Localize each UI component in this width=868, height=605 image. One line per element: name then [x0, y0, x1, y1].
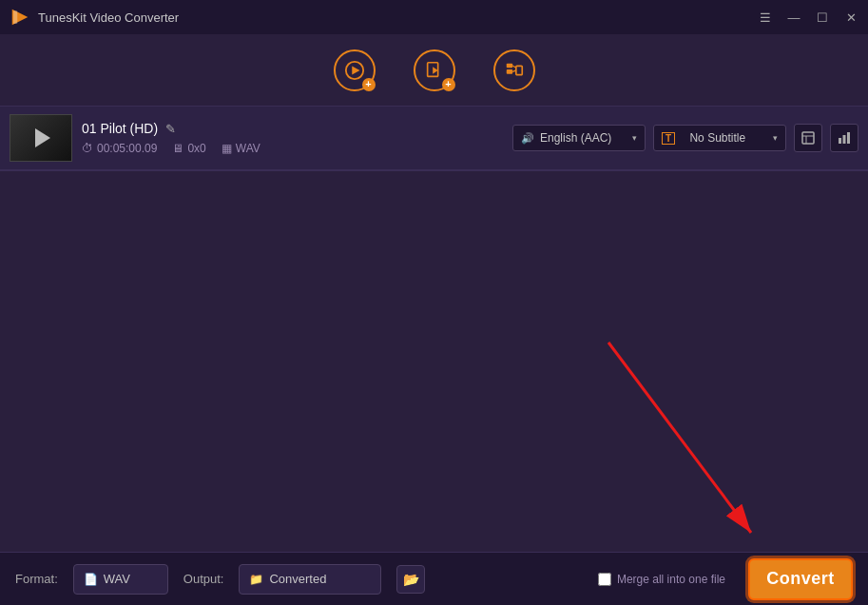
title-bar: TunesKit Video Converter ☰ — ☐ ✕ — [0, 0, 868, 34]
file-meta: ⏱ 00:05:00.09 🖥 0x0 ▦ WAV — [82, 142, 503, 155]
resolution-value: 0x0 — [187, 142, 205, 155]
merge-label: Merge all into one file — [617, 573, 725, 586]
svg-rect-1 — [13, 10, 17, 24]
add-badge: + — [362, 78, 376, 91]
clock-icon: ⏱ — [82, 142, 93, 155]
edit-file-button[interactable] — [794, 124, 822, 152]
window-controls: ☰ — ☐ ✕ — [758, 10, 858, 25]
chart-button[interactable] — [830, 124, 858, 152]
output-label: Output: — [183, 572, 224, 586]
resolution-meta: 🖥 0x0 — [172, 142, 205, 155]
subtitle-dropdown-arrow: ▾ — [773, 133, 778, 143]
film-icon: ▦ — [222, 142, 232, 155]
merge-checkbox-area: Merge all into one file — [598, 573, 725, 586]
subtitle-dropdown[interactable]: T No Subtitle ▾ — [653, 125, 786, 151]
convert-button[interactable]: Convert — [748, 558, 853, 600]
add-badge-2: + — [442, 78, 455, 91]
audio-value: English (AAC) — [540, 131, 611, 145]
format-display: WAV — [104, 572, 130, 586]
browse-icon: 📂 — [403, 572, 419, 587]
edit-name-button[interactable]: ✎ — [165, 122, 176, 136]
maximize-button[interactable]: ☐ — [815, 10, 830, 25]
svg-rect-8 — [515, 66, 521, 74]
minimize-button[interactable]: — — [786, 10, 801, 25]
audio-icon: 🔊 — [521, 132, 534, 145]
svg-line-18 — [608, 342, 751, 533]
svg-marker-5 — [433, 67, 438, 73]
monitor-icon: 🖥 — [172, 142, 183, 155]
add-file-button[interactable]: + — [414, 49, 455, 91]
merge-icon — [493, 49, 535, 91]
file-item: 01 Pilot (HD) ✎ ⏱ 00:05:00.09 🖥 0x0 — [0, 107, 868, 170]
file-name-row: 01 Pilot (HD) ✎ — [82, 121, 503, 136]
format-file-icon: 📄 — [84, 573, 98, 586]
bottom-bar: Format: 📄 WAV Output: 📁 Converted 📂 Merg… — [0, 552, 868, 605]
main-wrapper: + + — [0, 34, 868, 605]
svg-rect-15 — [843, 135, 846, 144]
audio-dropdown-arrow: ▾ — [632, 133, 637, 143]
subtitle-value: No Subtitle — [689, 131, 745, 145]
file-name: 01 Pilot (HD) — [82, 121, 158, 136]
close-button[interactable]: ✕ — [843, 10, 858, 25]
subtitle-icon: T — [662, 132, 675, 145]
toolbar: + + — [0, 34, 868, 107]
file-info: 01 Pilot (HD) ✎ ⏱ 00:05:00.09 🖥 0x0 — [82, 121, 503, 155]
svg-marker-3 — [352, 66, 359, 74]
format-value-box: 📄 WAV — [73, 564, 168, 595]
file-thumbnail — [10, 114, 72, 162]
add-file-icon: + — [414, 49, 455, 91]
add-media-icon: + — [334, 49, 376, 91]
svg-rect-14 — [839, 138, 841, 144]
duration-meta: ⏱ 00:05:00.09 — [82, 142, 157, 155]
svg-rect-11 — [802, 132, 814, 144]
format-value: WAV — [236, 142, 260, 155]
format-meta: ▦ WAV — [222, 142, 260, 155]
output-value-box: 📁 Converted — [239, 564, 381, 595]
add-media-button[interactable]: + — [334, 49, 376, 91]
format-label: Format: — [15, 572, 58, 586]
svg-rect-7 — [506, 69, 511, 74]
output-display: Converted — [269, 572, 326, 586]
file-controls: 🔊 English (AAC) ▾ T No Subtitle ▾ — [512, 124, 858, 152]
merge-checkbox[interactable] — [598, 573, 611, 586]
browse-output-button[interactable]: 📂 — [396, 565, 425, 594]
audio-dropdown[interactable]: 🔊 English (AAC) ▾ — [512, 125, 646, 151]
svg-rect-16 — [847, 132, 850, 144]
app-logo — [10, 7, 30, 28]
menu-button[interactable]: ☰ — [758, 10, 773, 25]
svg-rect-6 — [506, 63, 511, 68]
merge-button[interactable] — [493, 49, 535, 91]
duration-value: 00:05:00.09 — [97, 142, 157, 155]
app-title: TunesKit Video Converter — [38, 10, 758, 25]
file-and-content: 01 Pilot (HD) ✎ ⏱ 00:05:00.09 🖥 0x0 — [0, 107, 868, 605]
file-list-area: 01 Pilot (HD) ✎ ⏱ 00:05:00.09 🖥 0x0 — [0, 107, 868, 171]
play-icon — [35, 128, 50, 147]
output-folder-icon: 📁 — [249, 573, 263, 586]
